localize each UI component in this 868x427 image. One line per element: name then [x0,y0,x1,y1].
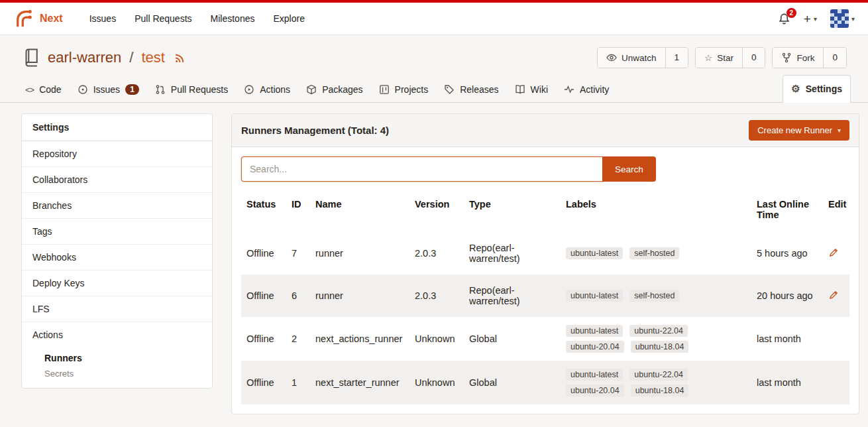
col-last-online: Last Online Time [751,190,823,232]
repo-separator: / [129,49,133,66]
forgejo-logo-icon[interactable] [13,9,33,29]
sidebar-subitem-runners[interactable]: Runners [44,349,201,367]
col-type: Type [464,190,561,232]
table-header-row: Status ID Name Version Type Labels Last … [241,190,849,232]
sidebar-item-repository[interactable]: Repository [22,141,212,166]
package-icon [306,84,317,95]
book-icon [515,84,525,95]
sidebar-item-deploy-keys[interactable]: Deploy Keys [22,270,212,296]
gear-icon: ⚙ [791,83,800,95]
tab-projects[interactable]: Projects [371,77,437,102]
nav-item-pull-requests[interactable]: Pull Requests [125,7,201,30]
repo-tabs: <> Code Issues 1 Pull Requests Actions [0,75,868,103]
runner-type: Repo(earl-warren/test) [464,232,561,274]
repo-icon [21,48,41,68]
settings-sidebar: Settings Repository Collaborators Branch… [21,113,213,389]
watchers-count[interactable]: 1 [665,48,688,68]
label-chip: ubuntu-latest [566,290,623,302]
runner-row: Offline 6 runner 2.0.3 Repo(earl-warren/… [241,274,849,317]
search-button[interactable]: Search [602,156,656,182]
notification-badge: 2 [787,8,796,18]
unwatch-button[interactable]: Unwatch [598,48,665,68]
tab-issues[interactable]: Issues 1 [70,77,147,102]
sidebar-subitem-secrets[interactable]: Secrets [44,367,201,380]
nav-item-issues[interactable]: Issues [80,7,125,30]
runner-status: Offline [241,317,286,361]
star-label: Star [717,53,733,63]
tab-actions[interactable]: Actions [236,77,298,102]
repo-name-link[interactable]: test [141,49,164,66]
issue-icon [78,84,88,95]
runner-version: 2.0.3 [409,232,464,274]
label-chip: ubuntu-18.04 [631,341,689,353]
label-chip: ubuntu-20.04 [566,385,624,396]
runner-labels: ubuntu-latest ubuntu-22.04 ubuntu-20.04 … [561,361,751,404]
search-input[interactable] [241,156,602,182]
sidebar-item-actions[interactable]: Actions [22,322,212,347]
label-chip: ubuntu-latest [566,247,623,259]
tab-activity[interactable]: Activity [556,77,617,102]
nav-item-milestones[interactable]: Milestones [201,7,264,30]
code-icon: <> [25,85,34,95]
sidebar-item-webhooks[interactable]: Webhooks [22,244,212,270]
runner-id: 7 [286,232,310,274]
runner-version: 2.0.3 [409,274,464,317]
main-nav: Issues Pull Requests Milestones Explore [80,7,314,30]
runner-type: Repo(earl-warren/test) [464,274,561,317]
fork-button-group: Fork 0 [772,47,847,68]
brand-link[interactable]: Next [40,13,63,25]
watch-button-group: Unwatch 1 [597,47,688,68]
tab-wiki[interactable]: Wiki [507,77,556,102]
runner-name: runner [310,232,409,274]
label-chip: self-hosted [629,290,679,302]
star-button[interactable]: ☆ Star [696,48,742,68]
project-board-icon [379,84,390,95]
panel-header: Runners Management (Total: 4) Create new… [232,114,859,147]
sidebar-item-collaborators[interactable]: Collaborators [22,166,212,192]
tab-packages[interactable]: Packages [298,77,370,102]
forks-count[interactable]: 0 [823,48,846,68]
runner-row: Offline 1 next_starter_runner Unknown Gl… [241,361,849,404]
star-button-group: ☆ Star 0 [695,47,765,68]
actions-submenu: Runners Secrets [22,347,212,388]
user-menu[interactable]: ▾ [830,9,855,28]
col-id: ID [286,190,310,232]
edit-runner-button[interactable] [828,247,839,258]
col-edit: Edit [823,190,849,232]
sidebar-title: Settings [22,114,212,141]
tab-pull-requests[interactable]: Pull Requests [147,77,236,102]
sidebar-item-branches[interactable]: Branches [22,192,212,218]
col-name: Name [310,190,409,232]
activity-pulse-icon [564,84,574,95]
tab-releases[interactable]: Releases [436,77,506,102]
label-chip: ubuntu-20.04 [566,341,624,353]
repo-owner-link[interactable]: earl-warren [48,49,121,66]
col-version: Version [409,190,464,232]
repo-header: earl-warren / test Unwatch 1 [0,35,868,75]
sidebar-item-lfs[interactable]: LFS [22,296,212,322]
issues-count-badge: 1 [125,84,139,95]
create-runner-button[interactable]: Create new Runner ▾ [749,120,849,141]
sidebar-item-tags[interactable]: Tags [22,218,212,244]
runner-status: Offline [241,274,286,317]
fork-label: Fork [796,53,814,63]
runner-last-online: last month [751,361,823,404]
tab-settings[interactable]: ⚙ Settings [783,75,851,103]
chevron-down-icon: ▾ [851,15,855,23]
nav-item-explore[interactable]: Explore [264,7,313,30]
rss-feed-icon[interactable] [174,52,186,64]
play-circle-icon [244,84,254,95]
runner-id: 6 [286,274,310,317]
label-chip: ubuntu-22.04 [629,369,688,381]
fork-button[interactable]: Fork [773,48,823,68]
edit-runner-button[interactable] [828,290,839,300]
panel-title: Runners Management (Total: 4) [241,125,389,136]
fork-icon [781,52,792,63]
notifications-button[interactable]: 2 [778,13,790,25]
tab-code[interactable]: <> Code [17,77,70,102]
stars-count[interactable]: 0 [742,48,765,68]
create-new-menu[interactable]: + ▾ [804,13,817,25]
unwatch-label: Unwatch [622,53,657,63]
runner-last-online: 20 hours ago [751,274,823,317]
label-chip: ubuntu-latest [566,369,623,381]
